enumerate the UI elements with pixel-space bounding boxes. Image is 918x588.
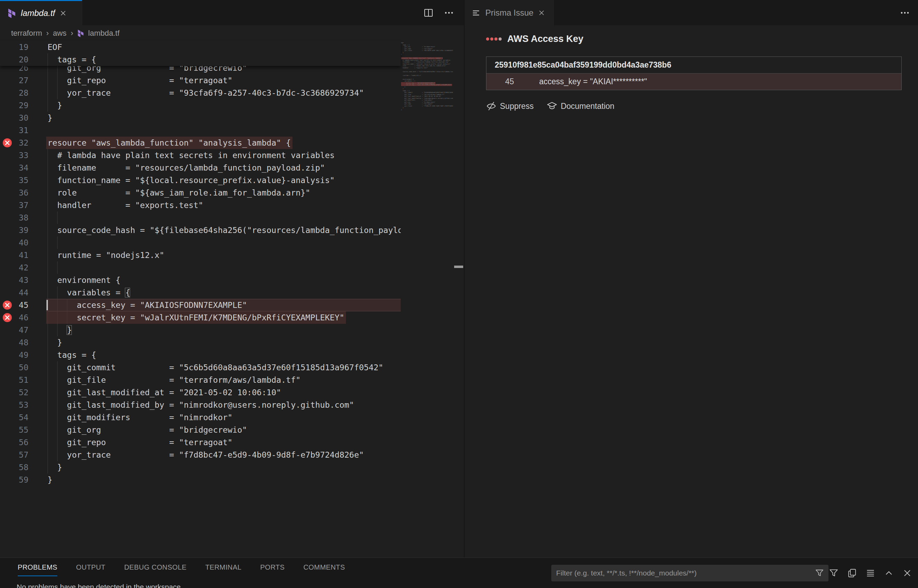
breadcrumb: terraform › aws › lambda.tf: [0, 25, 464, 41]
code-line-47[interactable]: 47 }: [0, 324, 401, 336]
finding-hash[interactable]: 25910f981e85ca04baf359199dd0bd4a3ae738b6: [486, 57, 901, 73]
panel-tabs: PROBLEMSOUTPUTDEBUG CONSOLETERMINALPORTS…: [18, 564, 345, 576]
close-icon[interactable]: [538, 10, 545, 16]
documentation-label: Documentation: [561, 102, 614, 111]
code-line-53[interactable]: 53 git_last_modified_by = "nimrodkor@use…: [0, 399, 401, 411]
panel-tab-ports[interactable]: PORTS: [260, 564, 285, 576]
breadcrumb-aws[interactable]: aws: [53, 29, 66, 38]
code-text: # lambda have plain text secrets in envi…: [47, 149, 335, 162]
code-editor[interactable]: 26 git_org = "bridgecrewio"27 git_repo =…: [0, 41, 464, 557]
documentation-button[interactable]: Documentation: [547, 101, 614, 111]
tab-lambda-tf[interactable]: lambda.tf: [0, 0, 82, 25]
indent-guide: [47, 262, 48, 274]
breadcrumb-terraform[interactable]: terraform: [11, 29, 42, 38]
code-line-54[interactable]: 54 git_modifiers = "nimrodkor": [0, 411, 401, 424]
view-as-list-icon[interactable]: [865, 568, 876, 578]
more-actions-icon[interactable]: [444, 8, 454, 18]
close-icon[interactable]: [60, 10, 66, 16]
code-line-58[interactable]: 58 }: [0, 461, 401, 473]
code-line-50[interactable]: 50 git_commit = "5c6b5d60a8aa63a5d37e60f…: [0, 361, 401, 374]
code-text: yor_trace = "f7d8bc47-e5d9-4b09-9d8f-e7b…: [47, 449, 364, 461]
code-line-57[interactable]: 57 yor_trace = "f7d8bc47-e5d9-4b09-9d8f-…: [0, 449, 401, 461]
code-line-31[interactable]: 31: [0, 124, 401, 137]
code-line-49[interactable]: 49 tags = {: [0, 349, 401, 361]
code-line-33[interactable]: 33 # lambda have plain text secrets in e…: [0, 149, 401, 162]
text-cursor: [47, 300, 48, 310]
code-line-19[interactable]: 19EOF: [0, 41, 401, 53]
more-actions-icon[interactable]: [900, 8, 910, 18]
code-text: git_modifiers = "nimrodkor": [47, 411, 232, 424]
code-text: access_key = "AKIAIOSFODNN7EXAMPLE": [47, 299, 247, 311]
code-line-46[interactable]: 46 secret_key = "wJalrXUtnFEMI/K7MDENG/b…: [0, 311, 401, 324]
line-number: 45: [13, 299, 28, 311]
panel-tab-problems[interactable]: PROBLEMS: [18, 564, 57, 576]
code-text: git_last_modified_by = "nimrodkor@users.…: [47, 399, 354, 411]
code-text: resource "aws_lambda_function" "analysis…: [47, 137, 291, 149]
code-line-45[interactable]: 45 access_key = "AKIAIOSFODNN7EXAMPLE": [0, 299, 401, 311]
sticky-scroll[interactable]: 19EOF20 tags = {: [0, 41, 401, 66]
code-line-40[interactable]: 40: [0, 236, 401, 249]
code-line-59[interactable]: 59}: [0, 473, 401, 486]
code-line-32[interactable]: 32resource "aws_lambda_function" "analys…: [0, 137, 401, 149]
editor-scrollbar[interactable]: [454, 41, 464, 557]
line-number: 46: [13, 311, 28, 324]
panel-tab-comments[interactable]: COMMENTS: [304, 564, 345, 576]
code-line-44[interactable]: 44 variables = {: [0, 286, 401, 299]
code-line-55[interactable]: 55 git_org = "bridgecrewio": [0, 424, 401, 436]
code-text: function_name = "${local.resource_prefix…: [47, 174, 335, 187]
copy-icon[interactable]: [847, 568, 857, 578]
line-number: 33: [13, 149, 28, 162]
finding-code-row[interactable]: 45 access_key = "AKIAI**********": [486, 73, 901, 90]
filter-funnel-icon[interactable]: [814, 568, 824, 578]
filter-icon[interactable]: [829, 568, 839, 578]
suppress-button[interactable]: Suppress: [486, 101, 534, 111]
code-line-37[interactable]: 37 handler = "exports.test": [0, 199, 401, 212]
tab-label: Prisma Issue: [486, 8, 534, 18]
code-text: git_last_modified_at = "2021-05-02 10:06…: [47, 386, 281, 399]
line-number: 59: [13, 473, 28, 486]
code-line-52[interactable]: 52 git_last_modified_at = "2021-05-02 10…: [0, 386, 401, 399]
code-line-39[interactable]: 39 source_code_hash = "${filebase64sha25…: [0, 224, 401, 236]
code-line-36[interactable]: 36 role = "${aws_iam_role.iam_for_lambda…: [0, 187, 401, 199]
code-line-27[interactable]: 27 git_repo = "terragoat": [0, 74, 401, 87]
code-line-34[interactable]: 34 filename = "resources/lambda_function…: [0, 162, 401, 174]
breadcrumb-file[interactable]: lambda.tf: [88, 29, 120, 38]
code-line-42[interactable]: 42: [0, 262, 401, 274]
line-number: 41: [13, 249, 28, 262]
code-line-28[interactable]: 28 yor_trace = "93cfa6f9-a257-40c3-b7dc-…: [0, 87, 401, 99]
close-panel-icon[interactable]: [902, 568, 912, 578]
code-text: source_code_hash = "${filebase64sha256("…: [47, 224, 401, 236]
code-text: }: [47, 336, 62, 349]
right-group-actions: [900, 0, 910, 25]
chevron-right-icon: ›: [71, 29, 73, 38]
code-text: git_commit = "5c6b5d60a8aa63a5d37e60f151…: [47, 361, 384, 374]
panel-tab-terminal[interactable]: TERMINAL: [206, 564, 241, 576]
maximize-panel-icon[interactable]: [884, 568, 894, 578]
code-line-48[interactable]: 48 }: [0, 336, 401, 349]
line-number: 47: [13, 324, 28, 336]
code-line-29[interactable]: 29 }: [0, 99, 401, 111]
filter-input[interactable]: [551, 565, 829, 582]
code-area[interactable]: 26 git_org = "bridgecrewio"27 git_repo =…: [0, 41, 401, 557]
line-number: 29: [13, 99, 28, 111]
terraform-icon: [8, 8, 16, 18]
tab-prisma-issue[interactable]: Prisma Issue: [465, 0, 554, 25]
code-line-56[interactable]: 56 git_repo = "terragoat": [0, 436, 401, 449]
line-number: 31: [13, 124, 28, 137]
panel-tab-debug-console[interactable]: DEBUG CONSOLE: [124, 564, 187, 576]
code-line-38[interactable]: 38: [0, 212, 401, 224]
minimap[interactable]: EOF tags = { git_org = "bridgecrewio" gi…: [401, 42, 453, 555]
code-line-51[interactable]: 51 git_file = "terraform/aws/lambda.tf": [0, 374, 401, 386]
line-number: 39: [13, 224, 28, 236]
finding-snippet: access_key = "AKIAI**********": [539, 77, 647, 86]
split-editor-icon[interactable]: [423, 8, 434, 18]
line-number: 27: [13, 74, 28, 87]
code-line-43[interactable]: 43 environment {: [0, 274, 401, 286]
code-text: role = "${aws_iam_role.iam_for_lambda.ar…: [47, 187, 310, 199]
code-line-35[interactable]: 35 function_name = "${local.resource_pre…: [0, 174, 401, 187]
code-line-41[interactable]: 41 runtime = "nodejs12.x": [0, 249, 401, 262]
tab-label: lambda.tf: [21, 8, 55, 18]
panel-tab-output[interactable]: OUTPUT: [76, 564, 105, 576]
code-line-20[interactable]: 20 tags = {: [0, 53, 401, 66]
code-line-30[interactable]: 30}: [0, 111, 401, 124]
